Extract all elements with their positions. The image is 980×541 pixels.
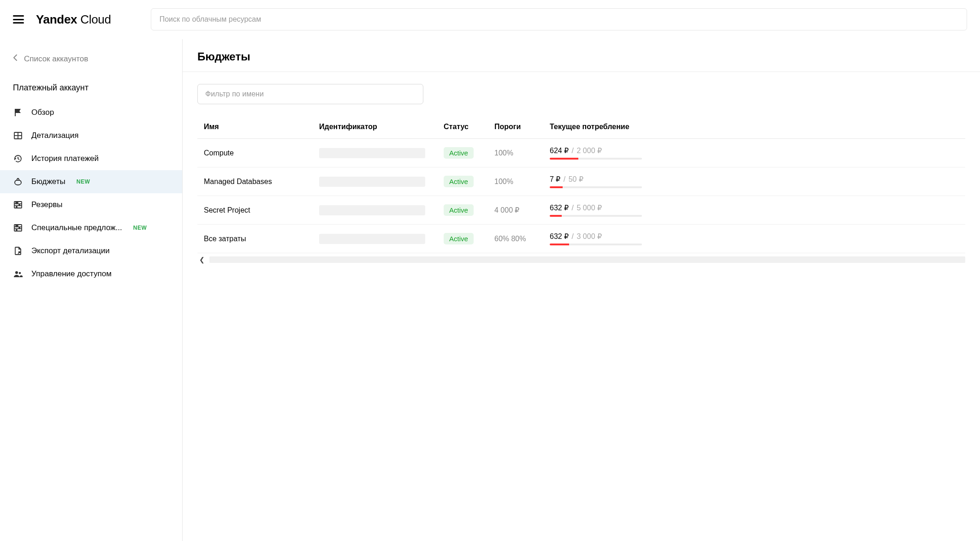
cell-status: Active xyxy=(437,139,488,167)
col-header-name: Имя xyxy=(197,115,313,139)
sidebar-item-payment-history[interactable]: История платежей xyxy=(0,147,182,170)
logo[interactable]: Yandex Cloud xyxy=(36,12,111,27)
sidebar-item-label: Управление доступом xyxy=(31,269,112,279)
flag-icon xyxy=(13,107,23,118)
sidebar-item-label: Обзор xyxy=(31,108,54,117)
svg-point-17 xyxy=(16,230,17,231)
id-placeholder xyxy=(319,177,425,187)
cell-consumption: 624 ₽ / 2 000 ₽ xyxy=(543,139,965,167)
cell-thresholds: 100% xyxy=(488,167,543,196)
history-icon xyxy=(13,154,23,164)
table-row[interactable]: Secret ProjectActive4 000 ₽632 ₽ / 5 000… xyxy=(197,196,965,225)
progress-bar xyxy=(550,215,642,217)
sidebar-item-label: Специальные предлож... xyxy=(31,223,122,232)
sidebar: Список аккаунтов Платежный аккаунт Обзор… xyxy=(0,39,183,541)
horizontal-scrollbar[interactable]: ❮ xyxy=(197,255,965,264)
id-placeholder xyxy=(319,148,425,158)
progress-bar xyxy=(550,186,642,188)
svg-point-7 xyxy=(16,202,17,203)
progress-bar xyxy=(550,244,642,245)
svg-point-15 xyxy=(17,226,18,226)
svg-point-16 xyxy=(19,227,20,228)
id-placeholder xyxy=(319,234,425,244)
sidebar-item-budgets[interactable]: Бюджеты NEW xyxy=(0,170,182,193)
scroll-track[interactable] xyxy=(209,256,965,263)
page-title: Бюджеты xyxy=(197,50,965,63)
cell-status: Active xyxy=(437,196,488,225)
new-badge: NEW xyxy=(77,178,90,185)
cell-thresholds: 100% xyxy=(488,139,543,167)
sidebar-item-access[interactable]: Управление доступом xyxy=(0,262,182,285)
new-badge: NEW xyxy=(133,225,147,231)
sidebar-item-label: Детализация xyxy=(31,131,79,140)
sidebar-item-label: История платежей xyxy=(31,154,99,163)
cell-thresholds: 4 000 ₽ xyxy=(488,196,543,225)
bag-icon xyxy=(13,177,23,187)
svg-point-10 xyxy=(16,207,17,208)
sidebar-item-reserves[interactable]: Резервы xyxy=(0,193,182,216)
sidebar-section-title: Платежный аккаунт xyxy=(0,73,182,101)
logo-bold: Yandex xyxy=(36,12,77,26)
col-header-thresholds: Пороги xyxy=(488,115,543,139)
status-badge: Active xyxy=(444,204,474,216)
svg-point-9 xyxy=(19,204,20,205)
chevron-left-icon xyxy=(13,54,18,64)
abacus-icon xyxy=(13,200,23,210)
col-header-status: Статус xyxy=(437,115,488,139)
cell-id xyxy=(313,167,437,196)
cell-id xyxy=(313,139,437,167)
svg-point-19 xyxy=(15,271,18,274)
sidebar-item-details[interactable]: Детализация xyxy=(0,124,182,147)
svg-point-20 xyxy=(19,272,21,274)
filter-by-name-input[interactable] xyxy=(197,84,423,104)
cell-status: Active xyxy=(437,225,488,253)
sidebar-item-label: Экспорт детализации xyxy=(31,246,110,256)
cell-name: Secret Project xyxy=(197,196,313,225)
back-label: Список аккаунтов xyxy=(24,54,88,64)
id-placeholder xyxy=(319,205,425,215)
sidebar-item-overview[interactable]: Обзор xyxy=(0,101,182,124)
cell-consumption: 632 ₽ / 5 000 ₽ xyxy=(543,196,965,225)
abacus-icon xyxy=(13,223,23,233)
sidebar-item-label: Резервы xyxy=(31,200,62,209)
back-to-accounts[interactable]: Список аккаунтов xyxy=(0,50,182,73)
export-icon xyxy=(13,246,23,256)
table-row[interactable]: Managed DatabasesActive100%7 ₽ / 50 ₽ xyxy=(197,167,965,196)
cell-name: Compute xyxy=(197,139,313,167)
global-search-input[interactable] xyxy=(151,8,967,30)
col-header-id: Идентификатор xyxy=(313,115,437,139)
cell-status: Active xyxy=(437,167,488,196)
progress-bar xyxy=(550,158,642,160)
cell-consumption: 7 ₽ / 50 ₽ xyxy=(543,167,965,196)
svg-point-8 xyxy=(17,202,18,203)
status-badge: Active xyxy=(444,147,474,159)
cell-id xyxy=(313,196,437,225)
svg-point-14 xyxy=(16,226,17,226)
hamburger-menu[interactable] xyxy=(13,15,24,24)
col-header-consumption: Текущее потребление xyxy=(543,115,965,139)
budgets-table: Имя Идентификатор Статус Пороги Текущее … xyxy=(197,115,965,253)
cell-name: Все затраты xyxy=(197,225,313,253)
sidebar-item-label: Бюджеты xyxy=(31,177,65,186)
logo-light: Cloud xyxy=(80,12,111,26)
cell-name: Managed Databases xyxy=(197,167,313,196)
sidebar-item-export[interactable]: Экспорт детализации xyxy=(0,239,182,262)
people-icon xyxy=(13,269,23,279)
cell-id xyxy=(313,225,437,253)
cell-consumption: 632 ₽ / 3 000 ₽ xyxy=(543,225,965,253)
table-row[interactable]: ComputeActive100%624 ₽ / 2 000 ₽ xyxy=(197,139,965,167)
cell-thresholds: 60% 80% xyxy=(488,225,543,253)
scroll-left-icon[interactable]: ❮ xyxy=(197,255,207,264)
main-content: Бюджеты Имя Идентификатор Статус Пороги … xyxy=(183,39,980,541)
status-badge: Active xyxy=(444,233,474,244)
status-badge: Active xyxy=(444,176,474,187)
sidebar-item-special-offers[interactable]: Специальные предлож... NEW xyxy=(0,216,182,239)
table-row[interactable]: Все затратыActive60% 80%632 ₽ / 3 000 ₽ xyxy=(197,225,965,253)
grid-icon xyxy=(13,131,23,141)
